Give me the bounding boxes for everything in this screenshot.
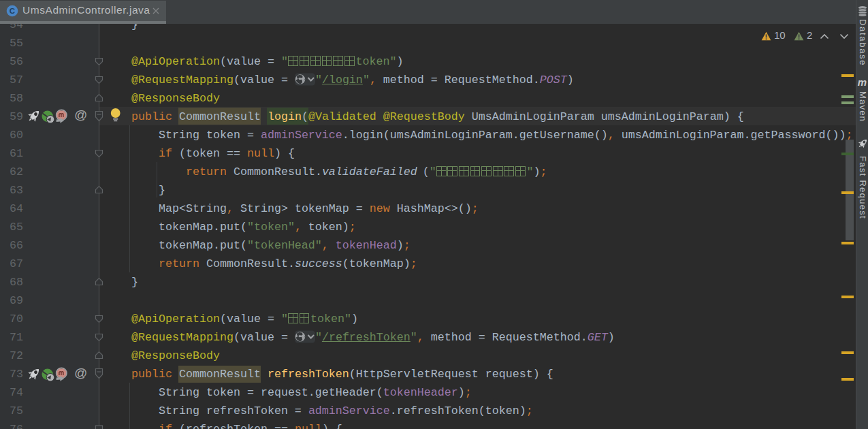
svg-text:C: C [10,7,15,15]
